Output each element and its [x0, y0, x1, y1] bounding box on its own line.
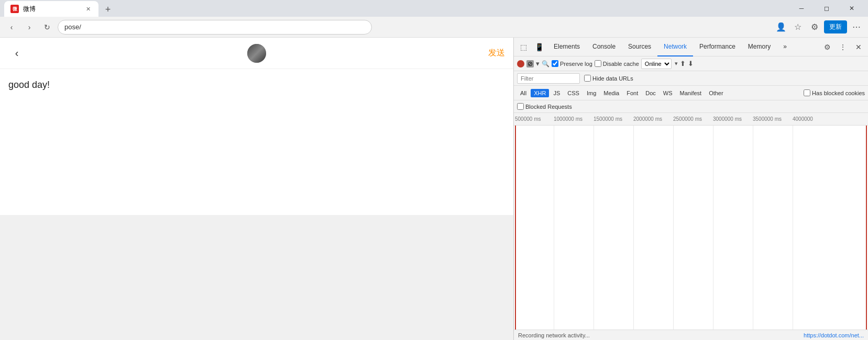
timeline-left-indicator	[515, 126, 516, 330]
devtools-timeline: 500000 ms 1000000 ms 1500000 ms 2000000 …	[514, 113, 868, 330]
tab-performance[interactable]: Performance	[693, 38, 742, 56]
devtools-more-icon[interactable]: ⋮	[836, 40, 850, 54]
tick-3500000: 3500000 ms	[753, 116, 782, 122]
favorites-icon[interactable]: ☆	[790, 20, 805, 35]
tab-elements[interactable]: Elements	[547, 38, 586, 56]
grid-line-6	[753, 126, 753, 330]
address-input[interactable]	[58, 20, 372, 35]
tick-1500000: 1500000 ms	[594, 116, 622, 122]
page-back-button[interactable]: ‹	[8, 45, 25, 62]
tab-strip: 微 微博 ✕ +	[4, 0, 115, 17]
devtools-top-toolbar: ⬚ 📱 Elements Console Sources Network Per…	[514, 38, 868, 56]
filter-xhr[interactable]: XHR	[531, 89, 549, 97]
page-header: ‹ 发送	[0, 38, 513, 69]
forward-nav-button[interactable]: ›	[22, 20, 37, 35]
filter-css[interactable]: CSS	[564, 89, 583, 97]
devtools-device-icon[interactable]: 📱	[532, 40, 546, 54]
devtools-blocked-row: Blocked Requests	[514, 100, 868, 113]
tab-more[interactable]: »	[777, 38, 793, 56]
tab-console[interactable]: Console	[586, 38, 622, 56]
export-icon[interactable]: ⬇	[688, 60, 694, 67]
filter-js[interactable]: JS	[550, 89, 563, 97]
tab-favicon: 微	[10, 5, 19, 13]
search-icon[interactable]: 🔍	[542, 60, 550, 67]
minimize-button[interactable]: ─	[789, 0, 814, 17]
tick-3000000: 3000000 ms	[713, 116, 742, 122]
record-button[interactable]	[517, 60, 524, 67]
tab-sources[interactable]: Sources	[622, 38, 657, 56]
filter-input[interactable]	[517, 73, 580, 84]
filter-img[interactable]: Img	[584, 89, 599, 97]
toolbar-icons: 👤 ☆ ⚙ 更新 ⋯	[774, 20, 864, 35]
devtools-settings-icon[interactable]: ⚙	[820, 40, 834, 54]
tick-4000000: 4000000	[793, 116, 813, 122]
filter-manifest[interactable]: Manifest	[677, 89, 705, 97]
preserve-log-label[interactable]: Preserve log	[552, 60, 592, 67]
devtools-inspect-icon[interactable]: ⬚	[516, 40, 531, 54]
filter-media[interactable]: Media	[600, 89, 622, 97]
devtools-close-icon[interactable]: ✕	[851, 40, 866, 54]
window-controls: ─ ◻ ✕	[789, 0, 864, 17]
grid-line-7	[793, 126, 793, 330]
filter-font[interactable]: Font	[623, 89, 641, 97]
tab-title: 微博	[23, 5, 36, 14]
devtools-panel: ⬚ 📱 Elements Console Sources Network Per…	[513, 38, 868, 340]
close-button[interactable]: ✕	[840, 0, 864, 17]
disable-cache-label[interactable]: Disable cache	[595, 60, 639, 67]
page-text: good day!	[8, 80, 505, 90]
avatar-image	[247, 44, 266, 63]
grid-line-3	[633, 126, 634, 330]
new-tab-button[interactable]: +	[101, 2, 115, 17]
devtools-filter-row: Hide data URLs	[514, 71, 868, 86]
tab-network[interactable]: Network	[657, 38, 693, 56]
filter-other[interactable]: Other	[706, 89, 727, 97]
page-footer	[0, 215, 513, 340]
devtools-top-right: ⚙ ⋮ ✕	[820, 40, 866, 54]
main-layout: ‹ 发送 good day! ⬚ 📱 Elements Console	[0, 38, 868, 340]
active-tab[interactable]: 微 微博 ✕	[4, 1, 98, 17]
more-menu-icon[interactable]: ⋯	[849, 20, 864, 35]
has-blocked-cookies-label[interactable]: Has blocked cookies	[804, 89, 865, 96]
devtools-network-toolbar: ⊘ ▾ 🔍 Preserve log Disable cache Online …	[514, 56, 868, 71]
filter-ws[interactable]: WS	[660, 89, 676, 97]
tick-1000000: 1000000 ms	[554, 116, 583, 122]
preserve-log-checkbox[interactable]	[552, 60, 558, 67]
disable-cache-checkbox[interactable]	[595, 60, 601, 67]
page-body: good day!	[0, 69, 513, 215]
throttle-dropdown-icon[interactable]: ▾	[675, 60, 678, 67]
status-text: Recording network activity...	[518, 332, 590, 338]
devtools-tabs: Elements Console Sources Network Perform…	[547, 38, 819, 56]
maximize-button[interactable]: ◻	[815, 0, 839, 17]
timeline-header: 500000 ms 1000000 ms 1500000 ms 2000000 …	[514, 113, 868, 126]
settings-icon[interactable]: ⚙	[807, 20, 822, 35]
timeline-right-indicator	[866, 126, 867, 330]
blocked-requests-checkbox[interactable]	[517, 103, 524, 110]
update-button[interactable]: 更新	[824, 20, 847, 33]
hide-data-urls-label[interactable]: Hide data URLs	[584, 75, 633, 82]
back-nav-button[interactable]: ‹	[4, 20, 19, 35]
grid-line-1	[554, 126, 554, 330]
refresh-button[interactable]: ↻	[40, 20, 54, 35]
title-bar: 微 微博 ✕ + ─ ◻ ✕	[0, 0, 868, 17]
page-content: ‹ 发送 good day!	[0, 38, 513, 340]
tick-2500000: 2500000 ms	[673, 116, 702, 122]
tick-2000000: 2000000 ms	[633, 116, 662, 122]
has-blocked-cookies-checkbox[interactable]	[804, 89, 810, 96]
account-icon[interactable]: 👤	[774, 20, 788, 35]
tab-close-btn[interactable]: ✕	[84, 5, 92, 13]
blocked-requests-label[interactable]: Blocked Requests	[517, 103, 572, 110]
clear-button[interactable]: ⊘	[526, 60, 534, 67]
devtools-type-filter-row: All XHR JS CSS Img Media Font Doc	[514, 86, 868, 100]
filter-all[interactable]: All	[517, 89, 530, 97]
grid-line-2	[594, 126, 594, 330]
import-icon[interactable]: ⬆	[680, 60, 686, 67]
filter-doc[interactable]: Doc	[642, 89, 659, 97]
devtools-statusbar: Recording network activity... https://do…	[514, 330, 868, 340]
throttle-select[interactable]: Online	[641, 59, 672, 69]
timeline-body	[514, 126, 868, 330]
send-button[interactable]: 发送	[488, 48, 505, 59]
hide-data-urls-checkbox[interactable]	[584, 75, 591, 82]
grid-line-5	[713, 126, 713, 330]
tab-memory[interactable]: Memory	[742, 38, 777, 56]
filter-icon[interactable]: ▾	[536, 60, 540, 67]
